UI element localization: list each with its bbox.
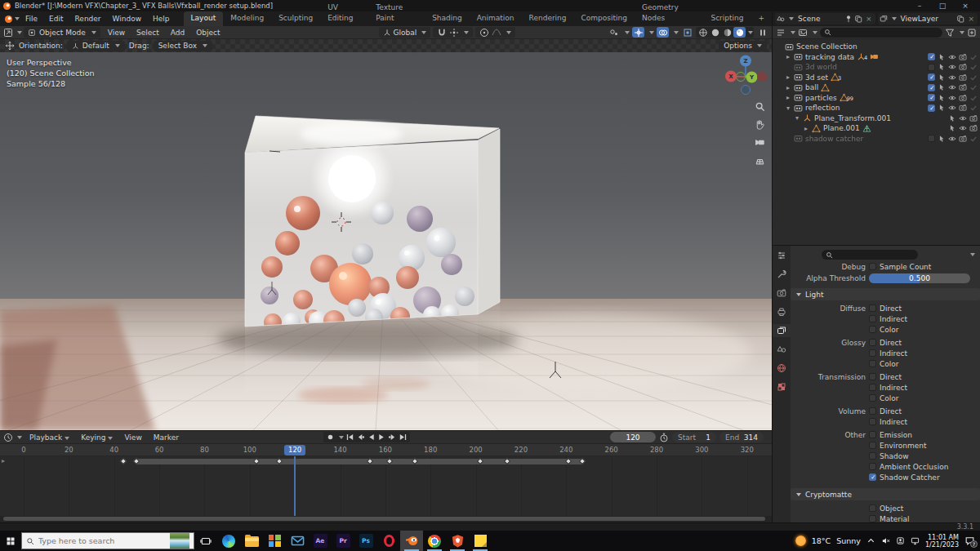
hide-viewport-toggle-icon[interactable] — [948, 63, 956, 71]
render-visibility-icon[interactable] — [969, 104, 978, 112]
disable-render-toggle-icon[interactable] — [959, 104, 967, 112]
checkbox-direct[interactable] — [869, 373, 876, 380]
options-button[interactable]: Options — [719, 41, 767, 51]
taskbar-app-ps[interactable]: Ps — [354, 531, 377, 551]
current-frame-field[interactable]: 120 — [610, 432, 656, 442]
gizmos-toggle[interactable] — [632, 27, 644, 38]
selectable-toggle-icon[interactable] — [938, 135, 946, 143]
region-expand-icon[interactable]: ▸ — [2, 457, 5, 464]
disable-render-toggle-icon[interactable] — [959, 94, 967, 102]
notification-center-button[interactable]: 7 — [964, 535, 975, 546]
checkbox-material[interactable] — [869, 515, 876, 522]
keyframe-diamond[interactable] — [120, 458, 127, 464]
viewport-menu-view[interactable]: View — [102, 25, 131, 40]
properties-tab-editor-type[interactable] — [773, 249, 791, 262]
start-button[interactable] — [0, 531, 21, 551]
disclosure-icon[interactable]: ▸ — [785, 53, 791, 60]
visibility-dropdown[interactable] — [608, 27, 620, 38]
hide-viewport-toggle-icon[interactable] — [948, 53, 956, 61]
disable-render-toggle-icon[interactable] — [959, 83, 967, 91]
menu-help[interactable]: Help — [147, 15, 176, 23]
proportional-edit-controls[interactable] — [475, 27, 515, 38]
zoom-tool-icon[interactable] — [755, 101, 765, 112]
properties-search[interactable] — [822, 250, 918, 260]
viewport-menu-select[interactable]: Select — [131, 25, 165, 40]
timeline-ruler[interactable]: 0204060801001401601802002202402602803003… — [0, 444, 772, 456]
disclosure-icon[interactable]: ▾ — [785, 104, 791, 112]
hide-viewport-toggle-icon[interactable] — [948, 135, 956, 143]
timeline-menu-playback[interactable]: Playback — [24, 433, 75, 442]
taskbar-app-edge[interactable] — [217, 531, 240, 551]
shading-solid-button[interactable] — [709, 27, 721, 38]
outliner-row-3d-set[interactable]: ▸3d set3 — [773, 73, 980, 83]
hide-viewport-toggle-icon[interactable] — [948, 73, 956, 82]
outliner-row-particles[interactable]: ▸particles99 — [773, 93, 980, 104]
properties-tab-texture[interactable] — [773, 380, 791, 393]
outliner-display-mode-icon[interactable] — [776, 28, 786, 38]
hide-viewport-toggle-icon[interactable] — [948, 104, 956, 112]
close-button[interactable]: × — [954, 0, 977, 11]
shading-wireframe-button[interactable] — [697, 27, 709, 38]
hide-viewport-toggle-icon[interactable] — [948, 83, 956, 91]
drag-setting-dropdown[interactable]: Select Box — [154, 41, 212, 51]
render-visibility-icon[interactable] — [969, 94, 978, 102]
outliner-row-shadow-catcher[interactable]: shadow catcher — [773, 134, 980, 144]
camera-tool-icon[interactable] — [755, 137, 765, 148]
checkbox-direct[interactable] — [869, 407, 876, 415]
view-layer-selector[interactable]: ViewLayer × — [878, 13, 978, 24]
frame-start-field[interactable]: Start1 — [672, 432, 716, 442]
orientation-dropdown[interactable]: Global — [379, 27, 431, 38]
disclosure-icon[interactable]: ▸ — [785, 94, 791, 101]
selectable-toggle-icon[interactable] — [938, 83, 946, 91]
layer-checkbox[interactable] — [928, 73, 935, 81]
properties-tab-render[interactable] — [773, 287, 791, 300]
outliner-row-plane-001[interactable]: ▸Plane.001 — [773, 123, 980, 134]
tab-compositing[interactable]: Compositing — [574, 11, 635, 26]
render-visibility-icon[interactable] — [969, 73, 978, 82]
maximize-button[interactable]: □ — [931, 0, 954, 11]
render-visibility-icon[interactable] — [969, 83, 978, 91]
checkbox-object[interactable] — [869, 504, 876, 512]
jump-to-start-button[interactable] — [345, 433, 354, 442]
play-button[interactable] — [377, 433, 386, 442]
layer-checkbox[interactable] — [928, 53, 935, 60]
outliner-search[interactable] — [820, 28, 942, 38]
alpha-threshold-slider[interactable]: 0.500 — [869, 273, 970, 283]
timeline-editor-type-icon[interactable] — [3, 433, 13, 442]
playhead-line[interactable] — [294, 456, 296, 516]
tab-animation[interactable]: Animation — [470, 11, 522, 26]
timeline-keyframe-area[interactable]: ▸ — [0, 456, 772, 516]
render-visibility-icon[interactable] — [969, 53, 978, 61]
selectable-toggle-icon[interactable] — [938, 63, 946, 71]
remove-layer-icon[interactable]: × — [966, 15, 976, 23]
hide-viewport-toggle-icon[interactable] — [959, 124, 967, 132]
disable-render-toggle-icon[interactable] — [959, 63, 967, 71]
taskbar-app-pr[interactable]: Pr — [332, 531, 354, 551]
xray-toggle[interactable] — [681, 27, 693, 38]
frame-end-field[interactable]: End314 — [719, 432, 764, 442]
taskbar-clock[interactable]: 11:01 AM 1/21/2023 — [925, 534, 959, 549]
render-visibility-icon[interactable] — [969, 135, 978, 143]
taskbar-search[interactable] — [21, 532, 194, 549]
tab-scripting[interactable]: Scripting — [703, 11, 751, 26]
outliner-row-reflection[interactable]: ▾reflection — [773, 103, 980, 113]
checkbox-direct[interactable] — [869, 304, 876, 312]
taskbar-app-chrome[interactable] — [423, 531, 446, 551]
layer-checkbox[interactable] — [928, 104, 935, 112]
disable-render-toggle-icon[interactable] — [969, 114, 978, 122]
taskbar-app-taskview[interactable] — [194, 531, 217, 551]
tab-layout[interactable]: Layout — [184, 11, 224, 26]
outliner-row-ball[interactable]: ▸ball — [773, 82, 980, 93]
new-scene-icon[interactable] — [854, 15, 862, 23]
keyframe-band[interactable] — [136, 459, 581, 464]
render-visibility-icon[interactable] — [969, 63, 978, 71]
properties-tab-tool[interactable] — [773, 268, 791, 281]
volume-muted-icon[interactable] — [881, 536, 890, 545]
properties-tab-scene[interactable] — [773, 343, 791, 356]
menu-file[interactable]: File — [20, 15, 43, 23]
outliner-row-plane-transform-001[interactable]: ▾Plane_Transform.001 — [773, 113, 980, 124]
search-highlight-image[interactable] — [170, 533, 189, 549]
auto-key-button[interactable] — [326, 433, 335, 442]
selectable-toggle-icon[interactable] — [938, 73, 946, 82]
tab-rendering[interactable]: Rendering — [522, 11, 574, 26]
